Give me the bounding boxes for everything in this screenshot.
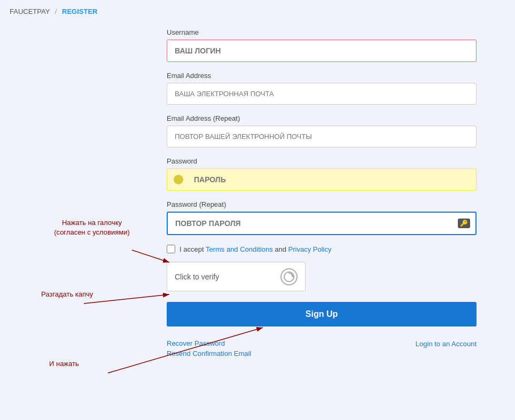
breadcrumb: FAUCETPAY / REGISTER — [0, 0, 515, 23]
breadcrumb-home[interactable]: FAUCETPAY — [10, 7, 50, 15]
password-repeat-input[interactable] — [167, 212, 477, 235]
breadcrumb-current[interactable]: REGISTER — [62, 7, 97, 15]
username-group: Username — [167, 28, 477, 62]
terms-checkbox-row: I accept Terms and Conditions and Privac… — [167, 245, 477, 253]
captcha-icon — [280, 268, 298, 285]
password-repeat-wrapper: 🔑 — [167, 212, 477, 235]
terms-checkbox[interactable] — [167, 245, 175, 253]
recover-password-link[interactable]: Recover Password — [167, 339, 251, 347]
email-group: Email Address — [167, 72, 477, 105]
lock-icon — [173, 174, 188, 185]
email-repeat-input[interactable] — [167, 126, 477, 147]
password-repeat-group: Password (Repeat) 🔑 — [167, 200, 477, 235]
breadcrumb-separator: / — [55, 7, 57, 15]
email-input[interactable] — [167, 83, 477, 105]
checkbox-label: I accept Terms and Conditions and Privac… — [180, 245, 331, 253]
signup-button[interactable]: Sign Up — [167, 302, 477, 326]
password-repeat-label: Password (Repeat) — [167, 200, 477, 208]
annotation-captcha: Разгадать капчу — [41, 290, 93, 298]
email-repeat-label: Email Address (Repeat) — [167, 114, 477, 122]
login-link[interactable]: Login to an Account — [416, 340, 477, 348]
username-input[interactable] — [167, 40, 477, 62]
bottom-links: Recover Password Resend Confirmation Ema… — [167, 339, 477, 357]
captcha-box[interactable]: Click to verify — [167, 262, 306, 291]
terms-link[interactable]: Terms and Conditions — [206, 245, 273, 253]
username-label: Username — [167, 28, 477, 36]
annotation-signup: И нажать — [49, 360, 79, 368]
password-input[interactable] — [167, 168, 477, 191]
bottom-links-left: Recover Password Resend Confirmation Ema… — [167, 339, 251, 357]
eye-icon[interactable]: 🔑 — [458, 219, 470, 228]
svg-point-4 — [174, 175, 183, 184]
email-repeat-group: Email Address (Repeat) — [167, 114, 477, 147]
privacy-link[interactable]: Privacy Policy — [288, 245, 332, 253]
password-group: Password — [167, 157, 477, 191]
password-label: Password — [167, 157, 477, 165]
email-label: Email Address — [167, 72, 477, 80]
bottom-links-right: Login to an Account — [416, 339, 477, 348]
password-wrapper — [167, 168, 477, 191]
captcha-text: Click to verify — [175, 273, 219, 281]
annotation-checkbox: Нажать на галочку (согласен с условиями) — [49, 218, 135, 237]
resend-email-link[interactable]: Resend Confirmation Email — [167, 349, 251, 357]
